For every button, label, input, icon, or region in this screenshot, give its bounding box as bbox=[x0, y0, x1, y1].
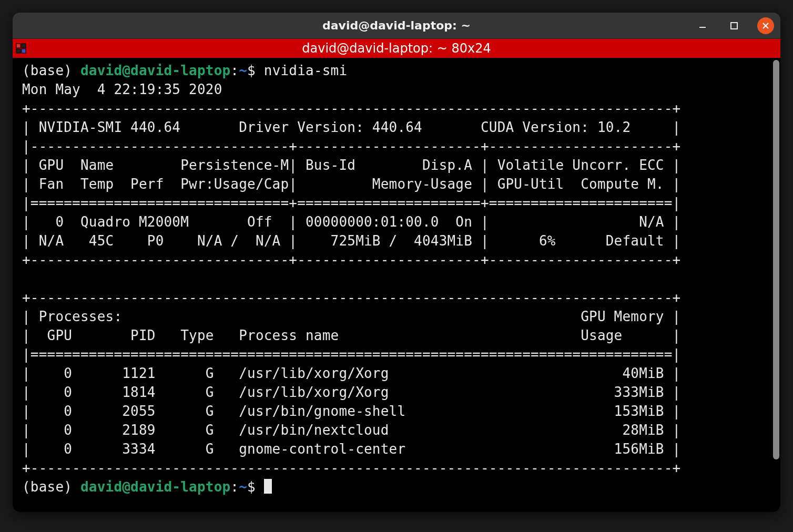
prompt-line-1: (base) david@david-laptop:~$ nvidia-smi bbox=[22, 63, 347, 78]
smi-header-2: | Fan Temp Perf Pwr:Usage/Cap| Memory-Us… bbox=[22, 176, 680, 192]
command-text: nvidia-smi bbox=[264, 63, 348, 78]
scrollbar[interactable] bbox=[773, 60, 779, 459]
prompt-userhost: david@david-laptop bbox=[80, 479, 230, 495]
prompt-cwd: ~ bbox=[239, 479, 247, 495]
prompt-env: (base) bbox=[22, 63, 80, 78]
svg-rect-5 bbox=[22, 44, 26, 48]
prompt-env: (base) bbox=[22, 479, 80, 495]
prompt-sep: : bbox=[230, 63, 239, 78]
close-button[interactable] bbox=[757, 17, 774, 34]
smi-gpu0-line1: | 0 Quadro M2000M Off | 00000000:01:00.0… bbox=[22, 214, 680, 230]
close-icon bbox=[761, 22, 770, 30]
cursor bbox=[264, 479, 272, 494]
prompt-cwd: ~ bbox=[239, 63, 247, 78]
smi-gpu0-line2: | N/A 45C P0 N/A / N/A | 725MiB / 4043Mi… bbox=[22, 233, 680, 249]
smi-border: +---------------------------------------… bbox=[22, 460, 680, 476]
svg-rect-6 bbox=[16, 49, 21, 53]
prompt-userhost: david@david-laptop bbox=[80, 63, 230, 78]
smi-proc-header: | Processes: GPU Memory | bbox=[22, 309, 680, 324]
smi-border: +---------------------------------------… bbox=[22, 290, 680, 305]
smi-border: +---------------------------------------… bbox=[22, 100, 680, 116]
minimize-icon bbox=[698, 21, 707, 30]
smi-proc-row: | 0 1814 G /usr/lib/xorg/Xorg 333MiB | bbox=[22, 384, 680, 400]
window-controls bbox=[694, 13, 774, 38]
smi-proc-cols: | GPU PID Type Process name Usage | bbox=[22, 328, 680, 343]
smi-proc-row: | 0 3334 G gnome-control-center 156MiB | bbox=[22, 441, 680, 457]
terminal-window: david@david-laptop: ~ bbox=[13, 13, 780, 512]
smi-border: +-------------------------------+-------… bbox=[22, 252, 680, 268]
smi-border: |=======================================… bbox=[22, 346, 680, 362]
smi-header-1: | GPU Name Persistence-M| Bus-Id Disp.A … bbox=[22, 157, 680, 173]
smi-proc-row: | 0 2189 G /usr/bin/nextcloud 28MiB | bbox=[22, 422, 680, 438]
window-title: david@david-laptop: ~ bbox=[322, 19, 471, 32]
terminator-icon bbox=[13, 39, 29, 58]
prompt-ps: $ bbox=[247, 479, 264, 495]
terminal-tabbar[interactable]: david@david-laptop: ~ 80x24 bbox=[13, 39, 780, 58]
svg-rect-7 bbox=[22, 49, 26, 53]
prompt-line-2: (base) david@david-laptop:~$ bbox=[22, 479, 272, 495]
svg-rect-1 bbox=[731, 23, 737, 29]
maximize-icon bbox=[730, 22, 738, 30]
terminal-output[interactable]: (base) david@david-laptop:~$ nvidia-smi … bbox=[13, 58, 772, 512]
minimize-button[interactable] bbox=[694, 17, 711, 34]
smi-version-line: | NVIDIA-SMI 440.64 Driver Version: 440.… bbox=[22, 119, 680, 135]
maximize-button[interactable] bbox=[726, 17, 743, 34]
terminal-viewport[interactable]: (base) david@david-laptop:~$ nvidia-smi … bbox=[13, 58, 780, 512]
smi-proc-row: | 0 2055 G /usr/bin/gnome-shell 153MiB | bbox=[22, 403, 680, 419]
titlebar[interactable]: david@david-laptop: ~ bbox=[13, 13, 780, 39]
smi-timestamp: Mon May 4 22:19:35 2020 bbox=[22, 81, 222, 97]
smi-border: |-------------------------------+-------… bbox=[22, 138, 680, 154]
prompt-sep: : bbox=[230, 479, 239, 495]
smi-proc-row: | 0 1121 G /usr/lib/xorg/Xorg 40MiB | bbox=[22, 365, 680, 381]
smi-border: |===============================+=======… bbox=[22, 195, 680, 211]
svg-rect-4 bbox=[16, 44, 21, 48]
prompt-ps: $ bbox=[247, 63, 264, 78]
tab-title: david@david-laptop: ~ 80x24 bbox=[29, 41, 780, 56]
